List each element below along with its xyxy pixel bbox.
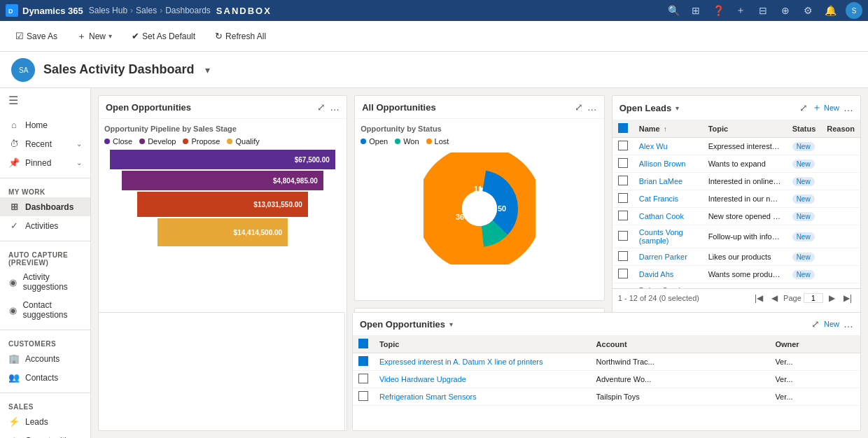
leads-name-link-3[interactable]: Cat Francis bbox=[639, 195, 678, 203]
sidebar-hamburger[interactable]: ☰ bbox=[0, 88, 90, 113]
opps-select-all[interactable] bbox=[358, 339, 368, 348]
leads-check-5[interactable] bbox=[612, 225, 634, 248]
open-opps-expand-icon[interactable]: ⤢ bbox=[317, 101, 326, 113]
opps-checkbox-1[interactable] bbox=[358, 374, 368, 383]
leads-check-6[interactable] bbox=[612, 248, 634, 266]
leads-checkbox-7[interactable] bbox=[618, 269, 628, 278]
open-leads-new-btn[interactable]: ＋ New bbox=[812, 101, 839, 114]
leads-name-link-5[interactable]: Counts Vong (sample) bbox=[639, 228, 683, 245]
pagination-prev[interactable]: ◀ bbox=[769, 292, 780, 304]
leads-row-4[interactable]: Cathan Cook New store opened this ye... … bbox=[612, 208, 860, 225]
leads-name-2[interactable]: Brian LaMee bbox=[634, 173, 703, 190]
leads-check-4[interactable] bbox=[612, 208, 634, 225]
all-opps-expand-icon[interactable]: ⤢ bbox=[575, 101, 583, 113]
open-leads-dropdown[interactable]: ▾ bbox=[676, 104, 679, 112]
opps-topic-1[interactable]: Video Hardware Upgrade bbox=[374, 371, 591, 388]
breadcrumb-sales[interactable]: Sales bbox=[136, 6, 157, 15]
sidebar-item-home[interactable]: ⌂ Home bbox=[0, 115, 90, 134]
sidebar-item-activity-suggestions[interactable]: ◉ Activity suggestions bbox=[0, 268, 90, 296]
leads-topic-header[interactable]: Topic bbox=[703, 120, 787, 138]
opps-checkbox-0[interactable] bbox=[358, 356, 368, 366]
sidebar-item-activities[interactable]: ✓ Activities bbox=[0, 216, 90, 235]
leads-row-3[interactable]: Cat Francis Interested in our newer o...… bbox=[612, 190, 860, 208]
sidebar-item-opportunities[interactable]: ◎ Opportunities bbox=[0, 431, 90, 438]
opps-topic-header[interactable]: Topic bbox=[374, 336, 591, 353]
new-button[interactable]: ＋ New ▾ bbox=[70, 27, 119, 45]
pagination-last[interactable]: ▶| bbox=[841, 292, 855, 304]
pagination-next[interactable]: ▶ bbox=[826, 292, 838, 304]
open-opps-more-icon[interactable]: … bbox=[330, 101, 340, 113]
leads-check-1[interactable] bbox=[612, 155, 634, 173]
leads-name-4[interactable]: Cathan Cook bbox=[634, 208, 703, 225]
pagination-first[interactable]: |◀ bbox=[752, 292, 766, 304]
leads-row-7[interactable]: David Ahs Wants some product info... New bbox=[612, 266, 860, 283]
leads-checkbox-6[interactable] bbox=[618, 251, 628, 261]
share-icon[interactable]: ⊕ bbox=[778, 3, 792, 17]
leads-checkbox-0[interactable] bbox=[618, 141, 628, 150]
opps-topic-0[interactable]: Expressed interest in A. Datum X line of… bbox=[374, 353, 591, 371]
name-sort-icon[interactable]: ↑ bbox=[664, 125, 667, 133]
opps-topic-link-2[interactable]: Refrigeration Smart Sensors bbox=[379, 393, 477, 401]
page-number-input[interactable] bbox=[804, 293, 823, 303]
recent-expand[interactable]: ⌄ bbox=[76, 140, 82, 148]
leads-name-link-8[interactable]: Debra Garcia (sample) bbox=[639, 286, 685, 288]
leads-status-header[interactable]: Status bbox=[787, 120, 822, 138]
sidebar-item-accounts[interactable]: 🏢 Accounts bbox=[0, 349, 90, 368]
open-leads-more-icon[interactable]: … bbox=[844, 102, 853, 113]
leads-name-5[interactable]: Counts Vong (sample) bbox=[634, 225, 703, 248]
leads-name-link-4[interactable]: Cathan Cook bbox=[639, 212, 684, 220]
leads-name-6[interactable]: Darren Parker bbox=[634, 248, 703, 266]
leads-name-link-6[interactable]: Darren Parker bbox=[639, 253, 687, 261]
sidebar-item-leads[interactable]: ⚡ Leads bbox=[0, 412, 90, 431]
opps-checkbox-2[interactable] bbox=[358, 391, 368, 401]
page-title-chevron[interactable]: ▾ bbox=[205, 64, 210, 76]
sidebar-item-contacts[interactable]: 👥 Contacts bbox=[0, 368, 90, 387]
save-as-button[interactable]: ☑ Save As bbox=[8, 28, 64, 44]
leads-checkbox-3[interactable] bbox=[618, 193, 628, 203]
all-opps-more-icon[interactable]: … bbox=[587, 101, 597, 113]
leads-name-0[interactable]: Alex Wu bbox=[634, 138, 703, 155]
filter-icon[interactable]: ⊟ bbox=[756, 3, 770, 17]
leads-name-link-2[interactable]: Brian LaMee bbox=[639, 177, 682, 185]
pinned-expand[interactable]: ⌄ bbox=[76, 159, 82, 167]
leads-check-3[interactable] bbox=[612, 190, 634, 208]
open-opps-table-new-btn[interactable]: New bbox=[824, 320, 839, 328]
leads-checkbox-5[interactable] bbox=[618, 231, 628, 241]
leads-name-1[interactable]: Allison Brown bbox=[634, 155, 703, 173]
opps-row-1[interactable]: Video Hardware Upgrade Adventure Wo... V… bbox=[353, 371, 860, 388]
add-icon[interactable]: ＋ bbox=[734, 3, 748, 17]
leads-name-header[interactable]: Name ↑ bbox=[634, 120, 703, 138]
leads-check-7[interactable] bbox=[612, 266, 634, 283]
activity-icon[interactable]: ⊞ bbox=[689, 3, 703, 17]
leads-checkbox-4[interactable] bbox=[618, 211, 628, 220]
leads-row-8[interactable]: Debra Garcia (sample) Store is expanding… bbox=[612, 283, 860, 289]
search-icon[interactable]: 🔍 bbox=[666, 3, 680, 17]
set-as-default-button[interactable]: ✔ Set As Default bbox=[125, 28, 202, 44]
sidebar-item-recent[interactable]: ⏱ Recent ⌄ bbox=[0, 134, 90, 153]
opps-owner-header[interactable]: Owner bbox=[769, 336, 860, 353]
leads-name-link-0[interactable]: Alex Wu bbox=[639, 142, 668, 150]
help-icon[interactable]: ❓ bbox=[711, 3, 725, 17]
opps-check-0[interactable] bbox=[353, 353, 374, 371]
leads-name-7[interactable]: David Ahs bbox=[634, 266, 703, 283]
leads-name-link-1[interactable]: Allison Brown bbox=[639, 160, 686, 168]
leads-checkbox-2[interactable] bbox=[618, 176, 628, 185]
leads-check-2[interactable] bbox=[612, 173, 634, 190]
avatar[interactable]: S bbox=[846, 2, 862, 19]
open-opps-table-dropdown[interactable]: ▾ bbox=[449, 320, 453, 328]
leads-row-6[interactable]: Darren Parker Likes our products New bbox=[612, 248, 860, 266]
opps-row-2[interactable]: Refrigeration Smart Sensors Tailspin Toy… bbox=[353, 388, 860, 406]
leads-check-0[interactable] bbox=[612, 138, 634, 155]
open-leads-table-scroll[interactable]: Name ↑ Topic Status Reason bbox=[612, 120, 860, 288]
leads-name-link-7[interactable]: David Ahs bbox=[639, 270, 674, 278]
settings-icon[interactable]: ⚙ bbox=[801, 3, 815, 17]
leads-name-3[interactable]: Cat Francis bbox=[634, 190, 703, 208]
leads-row-5[interactable]: Counts Vong (sample) Follow-up with info… bbox=[612, 225, 860, 248]
opps-account-header[interactable]: Account bbox=[591, 336, 770, 353]
opps-topic-link-1[interactable]: Video Hardware Upgrade bbox=[379, 375, 466, 383]
leads-check-8[interactable] bbox=[612, 283, 634, 289]
leads-row-0[interactable]: Alex Wu Expressed interest in A. D... Ne… bbox=[612, 138, 860, 155]
leads-row-1[interactable]: Allison Brown Wants to expand New bbox=[612, 155, 860, 173]
refresh-all-button[interactable]: ↻ Refresh All bbox=[208, 28, 273, 44]
opps-check-1[interactable] bbox=[353, 371, 374, 388]
